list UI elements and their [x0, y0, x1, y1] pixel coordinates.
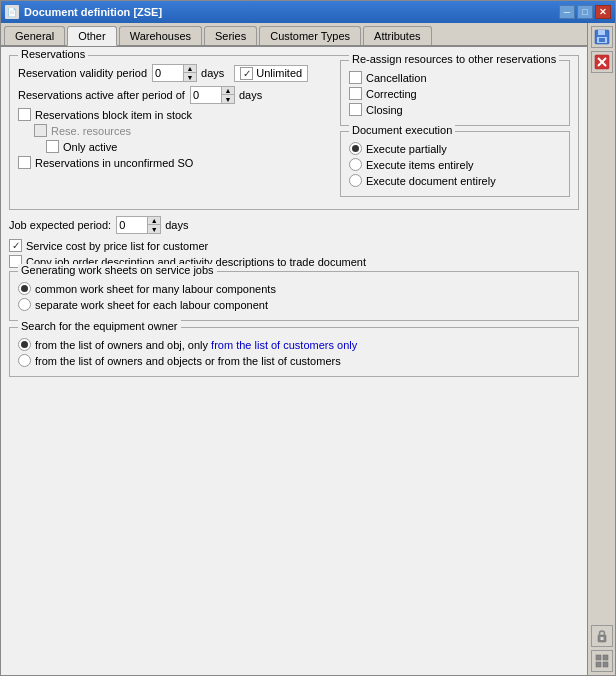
validity-input[interactable] — [153, 65, 183, 81]
cancellation-label: Cancellation — [366, 72, 427, 84]
closing-row: Closing — [349, 103, 561, 116]
active-period-row: Reservations active after period of ▲ ▼ … — [18, 86, 334, 104]
active-period-unit: days — [239, 89, 262, 101]
validity-spin: ▲ ▼ — [183, 65, 196, 81]
job-period-row: Job expected period: ▲ ▼ days — [9, 216, 579, 234]
cancellation-row: Cancellation — [349, 71, 561, 84]
execute-document-label: Execute document entirely — [366, 175, 496, 187]
rese-resources-label: Rese. resources — [51, 125, 131, 137]
job-period-unit: days — [165, 219, 188, 231]
only-active-checkbox[interactable] — [46, 140, 59, 153]
reservations-group: Reservations Reservation validity period… — [9, 55, 579, 210]
right-sidebar — [587, 23, 615, 675]
cancellation-checkbox[interactable] — [349, 71, 362, 84]
execute-items-row: Execute items entirely — [349, 158, 561, 171]
validity-row: Reservation validity period ▲ ▼ days — [18, 64, 334, 82]
unlimited-box: Unlimited — [234, 65, 308, 82]
job-period-spin-down[interactable]: ▼ — [148, 225, 160, 233]
validity-spin-up[interactable]: ▲ — [184, 65, 196, 73]
title-buttons: ─ □ ✕ — [559, 5, 611, 19]
job-period-input[interactable] — [117, 217, 147, 233]
common-worksheet-label: common work sheet for many labour compon… — [35, 283, 276, 295]
window-close-button[interactable]: ✕ — [595, 5, 611, 19]
job-period-label: Job expected period: — [9, 219, 111, 231]
svg-rect-3 — [599, 38, 605, 42]
minimize-button[interactable]: ─ — [559, 5, 575, 19]
close-button[interactable] — [591, 51, 613, 73]
service-cost-row: Service cost by price list for customer — [9, 239, 579, 252]
main-window: 📄 Document definition [ZSE] ─ □ ✕ Genera… — [0, 0, 616, 676]
block-item-label: Reservations block item in stock — [35, 109, 192, 121]
validity-spin-down[interactable]: ▼ — [184, 73, 196, 81]
active-period-label: Reservations active after period of — [18, 89, 185, 101]
execute-partially-row: Execute partially — [349, 142, 561, 155]
tab-general[interactable]: General — [4, 26, 65, 45]
main-content: General Other Warehouses Series Customer… — [1, 23, 587, 675]
reservations-left: Reservation validity period ▲ ▼ days — [18, 60, 334, 203]
validity-unit: days — [201, 67, 224, 79]
svg-rect-9 — [596, 655, 601, 660]
common-worksheet-radio[interactable] — [18, 282, 31, 295]
service-cost-checkbox[interactable] — [9, 239, 22, 252]
grid-button[interactable] — [591, 650, 613, 672]
block-item-row: Reservations block item in stock — [18, 108, 334, 121]
tab-other[interactable]: Other — [67, 26, 117, 46]
tab-warehouses[interactable]: Warehouses — [119, 26, 202, 45]
unconfirmed-so-checkbox[interactable] — [18, 156, 31, 169]
active-period-input-group: ▲ ▼ — [190, 86, 235, 104]
svg-rect-8 — [600, 637, 603, 640]
separate-worksheet-radio[interactable] — [18, 298, 31, 311]
execute-document-radio[interactable] — [349, 174, 362, 187]
tab-attributes[interactable]: Attributes — [363, 26, 431, 45]
svg-rect-12 — [603, 662, 608, 667]
title-bar: 📄 Document definition [ZSE] ─ □ ✕ — [1, 1, 615, 23]
maximize-button[interactable]: □ — [577, 5, 593, 19]
execute-partially-radio[interactable] — [349, 142, 362, 155]
document-execution-group: Document execution Execute partially Exe… — [340, 131, 570, 197]
active-period-spin-up[interactable]: ▲ — [222, 87, 234, 95]
correcting-label: Correcting — [366, 88, 417, 100]
closing-checkbox[interactable] — [349, 103, 362, 116]
tab-series[interactable]: Series — [204, 26, 257, 45]
validity-input-group: ▲ ▼ — [152, 64, 197, 82]
window-title: Document definition [ZSE] — [24, 6, 559, 18]
owner-list-label1: from the list of owners and obj, only fr… — [35, 339, 357, 351]
active-period-spin-down[interactable]: ▼ — [222, 95, 234, 103]
owner-list-label1-part2: from the list of customers only — [211, 339, 357, 351]
owner-list-radio1[interactable] — [18, 338, 31, 351]
job-period-input-group: ▲ ▼ — [116, 216, 161, 234]
reservations-right: Re-assign resources to other reservation… — [340, 60, 570, 203]
rese-resources-checkbox[interactable] — [34, 124, 47, 137]
execute-items-radio[interactable] — [349, 158, 362, 171]
separate-worksheet-label: separate work sheet for each labour comp… — [35, 299, 268, 311]
reassign-title: Re-assign resources to other reservation… — [349, 53, 559, 65]
grid-icon — [595, 654, 609, 668]
panel-other: Reservations Reservation validity period… — [1, 47, 587, 675]
owner-list-label1-part1: from the list of owners and obj, only — [35, 339, 211, 351]
document-execution-title: Document execution — [349, 124, 455, 136]
owner-list-radio2[interactable] — [18, 354, 31, 367]
tab-bar: General Other Warehouses Series Customer… — [1, 23, 587, 47]
active-period-input[interactable] — [191, 87, 221, 103]
active-period-spin: ▲ ▼ — [221, 87, 234, 103]
unconfirmed-so-label: Reservations in unconfirmed SO — [35, 157, 193, 169]
save-icon — [594, 29, 610, 45]
save-button[interactable] — [591, 26, 613, 48]
lock-button[interactable] — [591, 625, 613, 647]
equipment-owner-title: Search for the equipment owner — [18, 320, 181, 332]
only-active-label: Only active — [63, 141, 117, 153]
execute-partially-label: Execute partially — [366, 143, 447, 155]
owner-list-label2: from the list of owners and objects or f… — [35, 355, 341, 367]
execute-items-label: Execute items entirely — [366, 159, 474, 171]
svg-rect-1 — [598, 30, 605, 35]
job-period-spin-up[interactable]: ▲ — [148, 217, 160, 225]
equipment-owner-group: Search for the equipment owner from the … — [9, 327, 579, 377]
unlimited-checkbox[interactable] — [240, 67, 253, 80]
only-active-row: Only active — [46, 140, 334, 153]
correcting-checkbox[interactable] — [349, 87, 362, 100]
tab-customer-types[interactable]: Customer Types — [259, 26, 361, 45]
block-item-checkbox[interactable] — [18, 108, 31, 121]
svg-rect-10 — [603, 655, 608, 660]
reassign-group: Re-assign resources to other reservation… — [340, 60, 570, 126]
separate-worksheet-row: separate work sheet for each labour comp… — [18, 298, 570, 311]
